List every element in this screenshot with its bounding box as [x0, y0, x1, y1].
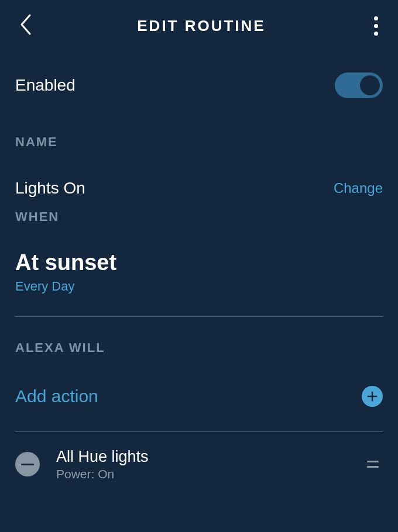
plus-icon: [362, 386, 383, 407]
remove-action-icon[interactable]: [15, 452, 40, 476]
add-action-row[interactable]: Add action: [15, 360, 383, 431]
change-name-link[interactable]: Change: [334, 180, 383, 196]
toggle-thumb-icon: [360, 75, 380, 95]
drag-handle-icon[interactable]: [365, 461, 383, 468]
action-sub: Power: On: [56, 466, 149, 481]
section-name-label: NAME: [15, 111, 383, 154]
header: EDIT ROUTINE: [0, 0, 398, 51]
when-sub: Every Day: [15, 275, 383, 316]
when-trigger[interactable]: At sunset Every Day: [15, 229, 383, 316]
section-when-label: WHEN: [15, 203, 383, 229]
enabled-label: Enabled: [15, 76, 76, 95]
add-action-label: Add action: [15, 386, 98, 406]
when-value: At sunset: [15, 229, 383, 275]
action-item[interactable]: All Hue lights Power: On: [15, 432, 383, 493]
more-vertical-icon[interactable]: [368, 14, 385, 37]
action-title: All Hue lights: [56, 447, 149, 466]
enabled-toggle[interactable]: [335, 72, 383, 98]
section-alexa-will-label: ALEXA WILL: [15, 317, 383, 360]
name-row: Lights On Change: [15, 154, 383, 203]
action-text: All Hue lights Power: On: [56, 447, 149, 481]
content: Enabled NAME Lights On Change WHEN At su…: [0, 51, 398, 493]
routine-name-value: Lights On: [15, 179, 85, 198]
page-title: EDIT ROUTINE: [137, 17, 265, 35]
back-icon[interactable]: [18, 13, 35, 39]
action-item-left: All Hue lights Power: On: [15, 447, 149, 481]
enabled-row: Enabled: [15, 51, 383, 111]
